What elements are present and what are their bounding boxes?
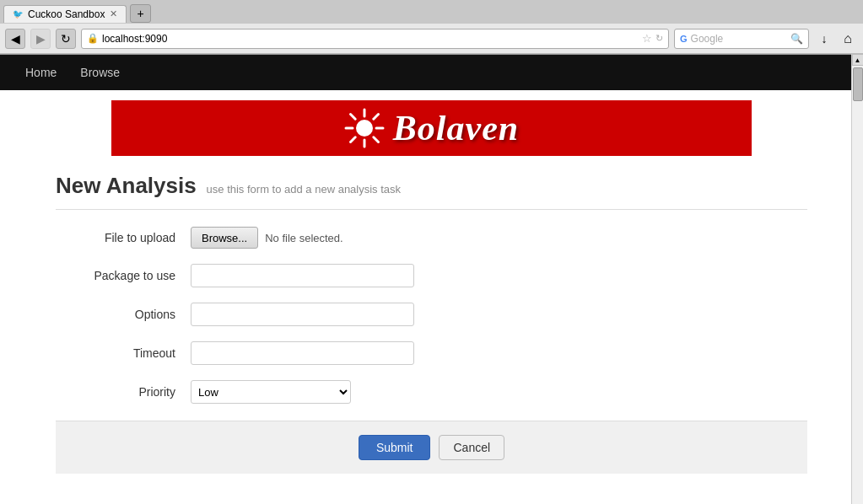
priority-row: Priority Low Medium High (56, 380, 807, 404)
top-nav: Home Browse (0, 55, 863, 90)
back-button[interactable]: ◀ (5, 29, 25, 49)
file-upload-row: File to upload Browse... No file selecte… (56, 227, 807, 249)
form-footer: Submit Cancel (56, 421, 807, 474)
timeout-input[interactable] (191, 341, 414, 365)
options-input[interactable] (191, 303, 414, 326)
timeout-label: Timeout (56, 346, 191, 360)
address-bar[interactable]: 🔒 localhost:9090 ☆ ↻ (81, 29, 669, 49)
browser-chrome: 🐦 Cuckoo Sandbox ✕ + ◀ ▶ ↻ 🔒 localhost:9… (0, 0, 863, 55)
banner-title: Bolaven (393, 108, 519, 148)
home-button[interactable]: ⌂ (838, 29, 858, 49)
form-section: File to upload Browse... No file selecte… (0, 227, 863, 404)
forward-icon: ▶ (36, 32, 46, 46)
refresh-icon[interactable]: ↻ (655, 33, 663, 44)
timeout-row: Timeout (56, 341, 807, 365)
svg-line-6 (374, 137, 379, 142)
submit-button[interactable]: Submit (359, 435, 431, 460)
download-button[interactable]: ↓ (814, 29, 834, 49)
nav-icons: ↓ ⌂ (814, 29, 858, 49)
package-label: Package to use (56, 269, 191, 282)
banner-logo: Bolaven (344, 108, 519, 148)
active-tab[interactable]: 🐦 Cuckoo Sandbox ✕ (3, 5, 127, 23)
file-name-display: No file selected. (265, 232, 343, 244)
svg-line-7 (374, 115, 379, 120)
search-icon[interactable]: 🔍 (790, 33, 803, 45)
back-icon: ◀ (11, 32, 20, 46)
scroll-thumb[interactable] (853, 67, 863, 101)
tab-close-icon[interactable]: ✕ (110, 8, 117, 19)
search-bar[interactable]: G Google 🔍 (674, 29, 809, 49)
page-title: New Analysis (56, 173, 197, 198)
tab-favicon: 🐦 (13, 9, 23, 19)
page-content: Home Browse Bolaven (0, 55, 863, 501)
scroll-up-arrow[interactable]: ▲ (852, 54, 864, 66)
google-icon: G (680, 34, 688, 44)
forward-button: ▶ (30, 29, 51, 49)
svg-line-5 (350, 115, 355, 120)
main-content: New Analysis use this form to add a new … (0, 156, 863, 210)
bookmark-icon[interactable]: ☆ (642, 32, 652, 45)
reload-button[interactable]: ↻ (56, 29, 76, 49)
lock-icon: 🔒 (87, 33, 99, 44)
options-label: Options (56, 308, 191, 321)
sun-icon (344, 108, 385, 148)
search-placeholder: Google (691, 33, 724, 45)
tab-bar: 🐦 Cuckoo Sandbox ✕ + (0, 0, 863, 24)
package-row: Package to use (56, 264, 807, 287)
nav-bar: ◀ ▶ ↻ 🔒 localhost:9090 ☆ ↻ G Google 🔍 ↓ … (0, 24, 863, 54)
svg-point-0 (356, 120, 373, 137)
address-text: localhost:9090 (102, 33, 639, 45)
package-input[interactable] (191, 264, 414, 287)
browse-button[interactable]: Browse... (191, 227, 258, 249)
reload-icon: ↻ (61, 32, 71, 46)
scrollbar[interactable]: ▲ (851, 54, 863, 501)
options-row: Options (56, 303, 807, 326)
cancel-button[interactable]: Cancel (439, 435, 504, 460)
divider (56, 209, 807, 210)
nav-home[interactable]: Home (13, 55, 68, 90)
file-upload-label: File to upload (56, 231, 191, 244)
page-subtitle: use this form to add a new analysis task (207, 183, 402, 196)
file-input-wrapper: Browse... No file selected. (191, 227, 343, 249)
banner: Bolaven (111, 100, 752, 156)
tab-label: Cuckoo Sandbox (28, 8, 105, 20)
nav-browse[interactable]: Browse (68, 55, 132, 90)
priority-label: Priority (56, 385, 191, 399)
priority-select[interactable]: Low Medium High (191, 380, 351, 404)
svg-line-8 (350, 137, 355, 142)
new-tab-button[interactable]: + (130, 4, 150, 23)
